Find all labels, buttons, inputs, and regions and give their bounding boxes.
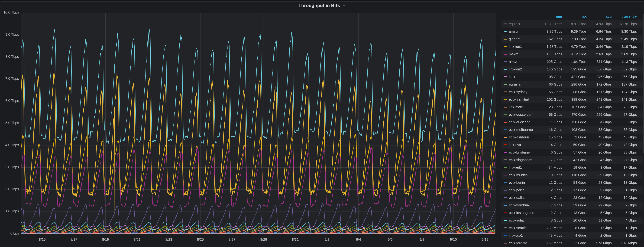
- series-color-swatch[interactable]: [504, 99, 507, 100]
- series-color-swatch[interactable]: [504, 205, 507, 206]
- panel-title[interactable]: Throughput in Bits: [298, 3, 340, 8]
- series-color-swatch[interactable]: [504, 235, 507, 236]
- legend-series-name[interactable]: ecix-sydney: [509, 90, 538, 94]
- series-color-swatch[interactable]: [504, 31, 507, 32]
- panel-menu-caret-icon[interactable]: [342, 5, 346, 7]
- legend-series-name[interactable]: ecix-auckland: [509, 120, 538, 124]
- legend-series-max: 13 Gbps: [562, 211, 586, 215]
- legend-series-current: 365 Gbps: [612, 75, 637, 79]
- legend-series-max: 118 Gbps: [562, 173, 586, 177]
- legend-series-name[interactable]: ecix-sofia: [509, 218, 538, 222]
- legend-series-current: 55 Gbps: [612, 128, 637, 132]
- legend-sort-current[interactable]: current: [612, 14, 637, 18]
- legend-series-avg: 3.44 Tbps: [586, 44, 612, 49]
- legend-series-name[interactable]: eurasia: [509, 82, 538, 86]
- series-color-swatch[interactable]: [504, 76, 507, 77]
- legend-series-current: 38 Gbps: [612, 150, 637, 154]
- x-axis-label: 8/15: [32, 238, 52, 242]
- series-color-swatch[interactable]: [504, 182, 507, 183]
- series-color-swatch[interactable]: [504, 107, 507, 108]
- legend-series-name[interactable]: ecix-seattle: [509, 226, 538, 230]
- legend-sort-avg[interactable]: avg: [586, 14, 612, 18]
- legend-sort-max[interactable]: max: [562, 14, 586, 18]
- legend-series-name[interactable]: nixcz: [509, 60, 538, 64]
- legend-series-name[interactable]: linx-lon2: [509, 67, 538, 71]
- series-color-swatch[interactable]: [504, 24, 507, 24]
- legend-row: linx-man128 Gbps187 Gbps84 Gbps73 Gbps: [501, 103, 643, 111]
- legend-series-name[interactable]: ecix-perth: [509, 188, 538, 192]
- series-color-swatch[interactable]: [504, 212, 507, 213]
- legend-series-name[interactable]: ecix-melbourne: [509, 128, 538, 132]
- series-color-swatch[interactable]: [504, 190, 507, 190]
- legend-series-current: 11 Gbps: [612, 188, 637, 192]
- legend-series-name[interactable]: ecix-dusseldorf: [509, 112, 538, 117]
- legend-series-name[interactable]: equinix: [509, 22, 538, 26]
- legend-series-name[interactable]: ecix-ashburn: [509, 135, 538, 139]
- legend-series-name[interactable]: linx-sco1: [509, 234, 538, 238]
- legend-series-current: 1.13 Tbps: [612, 60, 637, 64]
- series-color-swatch[interactable]: [504, 220, 507, 221]
- legend-series-current: 4.19 Tbps: [612, 44, 637, 49]
- legend-series-name[interactable]: ecix-hamburg: [509, 203, 538, 207]
- legend-sort-label[interactable]: avg: [606, 14, 612, 18]
- series-color-swatch[interactable]: [504, 61, 507, 62]
- legend-series-name[interactable]: linx-nva1: [509, 143, 538, 147]
- legend-series-name[interactable]: ecix-los angeles: [509, 211, 538, 215]
- legend-series-max: 1.64 Tbps: [562, 60, 586, 64]
- legend-series-name[interactable]: ecix-munich: [509, 173, 538, 177]
- panel-resize-handle[interactable]: [640, 243, 643, 246]
- series-color-swatch[interactable]: [504, 137, 507, 138]
- legend-series-max: 296 Gbps: [562, 82, 586, 86]
- legend-scrollbar-thumb[interactable]: [643, 14, 644, 153]
- legend-series-avg: 2 Gbps: [586, 234, 612, 238]
- legend-sort-min[interactable]: min: [538, 14, 562, 18]
- series-color-swatch[interactable]: [504, 167, 507, 168]
- series-color-swatch[interactable]: [504, 39, 507, 40]
- series-color-swatch[interactable]: [504, 84, 507, 85]
- legend-series-min: 102 Gbps: [538, 98, 562, 102]
- legend-series-min: 448 Mbps: [538, 234, 562, 238]
- legend-series-min: 7 Gbps: [538, 203, 562, 207]
- panel-header[interactable]: Throughput in Bits: [0, 2, 644, 9]
- legend-row: linx-lon2146 Gbps595 Gbps350 Gbps382 Gbp…: [501, 66, 643, 73]
- legend-series-name[interactable]: ecix-toronto: [509, 241, 538, 245]
- series-color-swatch[interactable]: [504, 144, 507, 145]
- legend-series-current: 73 Gbps: [612, 105, 637, 109]
- series-color-swatch[interactable]: [504, 129, 507, 130]
- series-color-swatch[interactable]: [504, 114, 507, 115]
- series-color-swatch[interactable]: [504, 197, 507, 198]
- legend-series-avg: 5 Gbps: [586, 211, 612, 215]
- legend-sort-label[interactable]: current: [622, 14, 634, 18]
- legend-series-name[interactable]: mskix: [509, 52, 538, 56]
- series-color-swatch[interactable]: [504, 92, 507, 92]
- legend-series-name[interactable]: linx-lon1: [509, 44, 538, 49]
- legend-series-max: 18.81 Tbps: [562, 22, 586, 26]
- legend-series-name[interactable]: ecix-berlin: [509, 180, 538, 185]
- x-axis-label: 8/23: [159, 238, 178, 242]
- legend-series-avg: 24 Gbps: [586, 158, 612, 162]
- series-color-swatch[interactable]: [504, 174, 507, 176]
- series-color-swatch[interactable]: [504, 242, 507, 244]
- legend-sort-label[interactable]: max: [580, 14, 586, 18]
- series-color-swatch[interactable]: [504, 54, 507, 55]
- legend-series-name[interactable]: linx-jed1: [509, 166, 538, 170]
- series-color-swatch[interactable]: [504, 228, 507, 228]
- legend-series-max: 19 Gbps: [562, 166, 586, 170]
- legend-series-max: 4 Gbps: [562, 234, 586, 238]
- y-axis-label: 4.0 Tbps: [1, 143, 19, 147]
- legend-series-name[interactable]: ecix-dallas: [509, 196, 538, 200]
- legend-series-name[interactable]: amsix: [509, 30, 538, 34]
- series-color-swatch[interactable]: [504, 122, 507, 122]
- legend-series-name[interactable]: linx-man1: [509, 105, 538, 109]
- y-axis-label: 0 bps: [1, 231, 19, 236]
- series-color-swatch[interactable]: [504, 69, 507, 70]
- legend-sort-label[interactable]: min: [556, 14, 562, 18]
- series-color-swatch[interactable]: [504, 46, 507, 47]
- legend-series-name[interactable]: kinx: [509, 75, 538, 79]
- series-color-swatch[interactable]: [504, 160, 507, 160]
- legend-series-name[interactable]: ecix-brisbane: [509, 150, 538, 154]
- series-color-swatch[interactable]: [504, 152, 507, 153]
- legend-series-name[interactable]: giganet: [509, 37, 538, 41]
- legend-series-name[interactable]: ecix-singapore: [509, 158, 538, 162]
- legend-series-name[interactable]: ecix-frankfurt: [509, 98, 538, 102]
